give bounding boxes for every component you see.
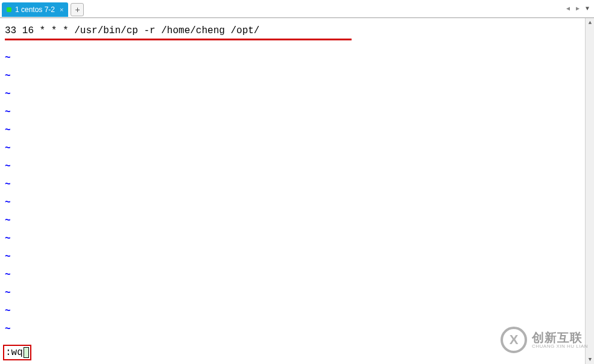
- close-icon[interactable]: ×: [58, 6, 63, 13]
- nav-left-icon[interactable]: ◀: [565, 4, 571, 13]
- empty-line-tilde: ~: [5, 212, 589, 230]
- empty-line-tilde: ~: [5, 85, 589, 103]
- empty-line-tilde: ~: [5, 248, 589, 266]
- empty-line-tilde: ~: [5, 67, 589, 85]
- tab-active[interactable]: 1 centos 7-2 ×: [2, 2, 68, 17]
- empty-line-tilde: ~: [5, 230, 589, 248]
- empty-line-tilde: ~: [5, 175, 589, 193]
- empty-line-tilde: ~: [5, 103, 589, 121]
- watermark-cn: 创新互联: [532, 331, 588, 344]
- tab-label: 1 centos 7-2: [15, 5, 55, 14]
- empty-line-tilde: ~: [5, 49, 589, 67]
- tab-bar: 1 centos 7-2 × + ◀ ▶ ▼: [0, 0, 594, 18]
- vertical-scrollbar[interactable]: ▲ ▼: [585, 18, 594, 364]
- highlight-underline: [5, 39, 352, 40]
- scroll-up-icon[interactable]: ▲: [586, 18, 594, 27]
- tabbar-right-controls: ◀ ▶ ▼: [565, 4, 590, 13]
- watermark-en: CHUANG XIN HU LIAN: [532, 344, 588, 350]
- empty-line-tilde: ~: [5, 157, 589, 175]
- scroll-down-icon[interactable]: ▼: [586, 355, 594, 364]
- command-line-box: :wq: [3, 345, 31, 360]
- vim-command[interactable]: :wq: [5, 347, 23, 358]
- empty-line-tilde: ~: [5, 302, 589, 320]
- watermark-logo-icon: X: [501, 327, 527, 353]
- watermark: X 创新互联 CHUANG XIN HU LIAN: [501, 327, 588, 353]
- empty-line-tilde: ~: [5, 266, 589, 284]
- add-tab-button[interactable]: +: [71, 3, 84, 16]
- empty-lines: ~~~~~~~~~~~~~~~~: [5, 49, 589, 338]
- cursor-icon: [24, 347, 29, 358]
- empty-line-tilde: ~: [5, 193, 589, 212]
- status-dot-icon: [7, 7, 11, 12]
- empty-line-tilde: ~: [5, 139, 589, 157]
- editor-content: 33 16 * * * /usr/bin/cp -r /home/cheng /…: [0, 18, 594, 338]
- editor-area[interactable]: ▲ ▼ 33 16 * * * /usr/bin/cp -r /home/che…: [0, 18, 594, 364]
- empty-line-tilde: ~: [5, 284, 589, 302]
- plus-icon: +: [75, 5, 80, 14]
- dropdown-icon[interactable]: ▼: [584, 4, 590, 13]
- empty-line-tilde: ~: [5, 121, 589, 139]
- nav-right-icon[interactable]: ▶: [575, 4, 581, 13]
